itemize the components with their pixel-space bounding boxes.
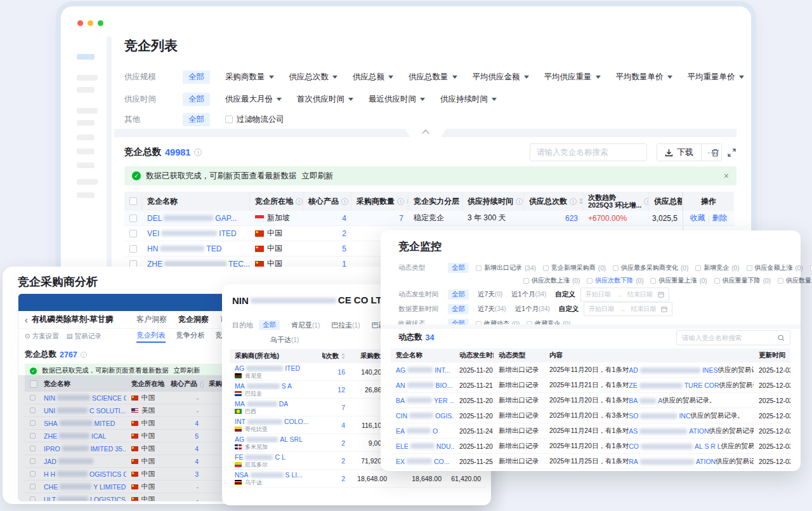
filter-dropdown[interactable]: 平均供应金额 [473,72,529,83]
info-icon[interactable]: i [644,198,649,205]
monitor-row[interactable]: AGINT...2025-11-20新增出口记录2025年11月20日，有1条对… [391,362,790,378]
row-checkbox[interactable] [25,481,39,493]
monitor-filter-checkbox[interactable]: 供应重量下降(0) [714,276,771,285]
competitor-name-link[interactable]: ELENDU... [391,439,454,454]
search-icon[interactable] [778,335,785,342]
checkbox-icon[interactable] [30,408,36,413]
content-company-link[interactable]: ADINES [629,366,717,374]
core-product-count[interactable]: 4 [166,455,204,468]
checkbox-icon[interactable] [695,265,701,271]
checkbox-icon[interactable] [129,230,137,237]
competitor-name-link[interactable]: UNIC SOLUTI... [39,404,126,417]
purchase-times[interactable]: 4 [322,416,350,434]
core-product-count[interactable]: 3 [166,468,204,481]
download-button[interactable]: 下载 [657,144,701,161]
row-checkbox[interactable] [124,226,142,241]
filter-dropdown[interactable]: 供应总额 [353,72,393,83]
monitor-filter-checkbox[interactable]: 供应次数上涨(0) [523,276,580,285]
delete-button[interactable] [709,147,721,158]
checkbox-icon[interactable] [778,278,783,284]
checkbox-icon[interactable] [129,215,137,222]
competitor-name-link[interactable]: DELGAP... [142,211,250,226]
info-icon[interactable]: i [296,198,303,205]
monitor-filter-checkbox[interactable]: 新增出口记录(34) [476,263,536,272]
competitor-name-link[interactable]: ZHEICAL [39,430,126,442]
purchaser-name-cell[interactable]: AGITED肯尼亚 [230,363,322,381]
checkbox-icon[interactable] [476,265,481,271]
core-product-count[interactable]: 4 [303,211,351,226]
checkbox-icon[interactable] [30,420,36,426]
custom-option[interactable]: 自定义 [559,305,579,314]
competitor-name-link[interactable]: H HOGISTICS C... [39,468,126,481]
info-icon[interactable]: i [397,198,404,205]
filter-chip-all[interactable]: 全部 [448,289,469,300]
purchaser-name-cell[interactable]: MAS A巴拉圭 [230,381,322,399]
checkbox-icon[interactable] [650,278,656,284]
filter-dropdown[interactable]: 供应最大月份 [225,94,282,105]
delete-action[interactable]: 删除 [712,213,728,223]
checkbox-icon[interactable] [30,433,36,439]
filter-chip-all[interactable]: 全部 [183,113,210,126]
purchaser-row[interactable]: NSAS LI...乌干达218,648.0018,648.0061,420.0… [230,470,486,488]
purchase-times[interactable]: 12 [322,381,350,399]
purchaser-name-link[interactable]: AGAL SRL [235,435,303,443]
buyer-count[interactable]: 7 [351,211,409,226]
filter-dropdown[interactable]: 供应持续时间 [440,94,497,105]
competitor-name-link[interactable]: ANBIO... [391,378,454,393]
filter-dropdown[interactable]: 供应总次数 [289,72,338,83]
purchase-times[interactable]: 2 [322,452,350,470]
core-product-count[interactable]: - [166,404,204,417]
time-option[interactable]: 近1个月(34) [511,290,546,299]
fullscreen-button[interactable] [726,147,737,158]
content-company-link[interactable]: BAA [629,397,662,404]
maximize-window-icon[interactable] [98,20,103,26]
minimize-window-icon[interactable] [88,20,93,26]
monitor-filter-checkbox[interactable]: 供应金额上涨(0) [747,263,803,272]
subtab-0[interactable]: 竞企列表 [136,331,166,343]
monitor-filter-checkbox[interactable]: 供应重量上涨(0) [650,276,707,285]
core-product-count[interactable]: 4 [166,442,204,455]
core-product-count[interactable]: - [166,392,204,404]
back-icon[interactable]: ‹ [25,315,28,325]
time-option[interactable]: 近7天(34) [478,305,506,314]
competitor-name-link[interactable]: ULTLOGISTICS ... [39,493,126,501]
content-company-link[interactable]: COAL S R L [629,442,721,450]
filter-chip-all[interactable]: 全部 [448,263,469,273]
monitor-filter-checkbox[interactable]: 供应最多采购商变化(0) [613,263,688,272]
purchase-times[interactable]: 2 [322,470,350,488]
checkbox-icon[interactable] [613,265,619,271]
purchaser-name-link[interactable]: MADA [235,400,288,408]
checkbox-icon[interactable] [129,245,137,253]
competitor-name-link[interactable]: CHEY LIMITED [39,481,126,493]
purchaser-name-cell[interactable]: AGAL SRL多米尼加 [230,434,322,452]
toolbar-link-1[interactable]: ▤ 贸易记录 [67,332,102,341]
tab-0[interactable]: 客户洞察 [136,314,167,325]
purchaser-name-link[interactable]: AGITED [235,364,300,372]
info-icon[interactable]: i [81,352,87,358]
purchaser-name-link[interactable]: NSAS LI... [235,471,303,479]
competitor-name-link[interactable]: BAYER ... [391,393,454,408]
monitor-row[interactable]: ANBIO...2025-11-21新增出口记录2025年11月21日，有1条对… [391,378,790,393]
row-checkbox[interactable] [25,468,39,481]
row-checkbox[interactable] [124,241,142,256]
info-icon[interactable]: i [194,149,202,156]
monitor-row[interactable]: CINOGIS...2025-11-20新增出口记录2025年11月20日，有3… [391,408,790,423]
time-option[interactable]: 近1个月(34) [515,305,550,314]
monitor-filter-checkbox[interactable]: 新增竞企(0) [695,263,739,272]
inner-refresh-link[interactable]: 立即刷新 [174,366,200,375]
core-product-count[interactable]: 5 [303,241,351,256]
sort-icon[interactable] [341,353,345,359]
purchaser-name-link[interactable]: FEC L [235,453,285,461]
filter-dropdown[interactable]: 最近供应时间 [369,94,425,105]
competitor-name-link[interactable]: CINOGIS... [391,408,454,423]
row-checkbox[interactable] [124,211,142,226]
filter-dropdown[interactable]: 首次供应时间 [297,94,353,105]
monitor-row[interactable]: ELENDU...2025-11-20新增出口记录2025年11月20日，有1条… [391,439,790,454]
row-checkbox[interactable] [25,442,39,455]
monitor-filter-checkbox[interactable]: 供应次数下降(0) [587,276,643,285]
refresh-link[interactable]: 立即刷新 [302,171,334,182]
filter-collapse-bar[interactable] [114,129,737,137]
checkbox-icon[interactable] [30,496,36,501]
core-product-count[interactable]: 4 [166,417,204,430]
purchaser-name-cell[interactable]: INTCOLO...哥伦比亚 [230,416,322,434]
